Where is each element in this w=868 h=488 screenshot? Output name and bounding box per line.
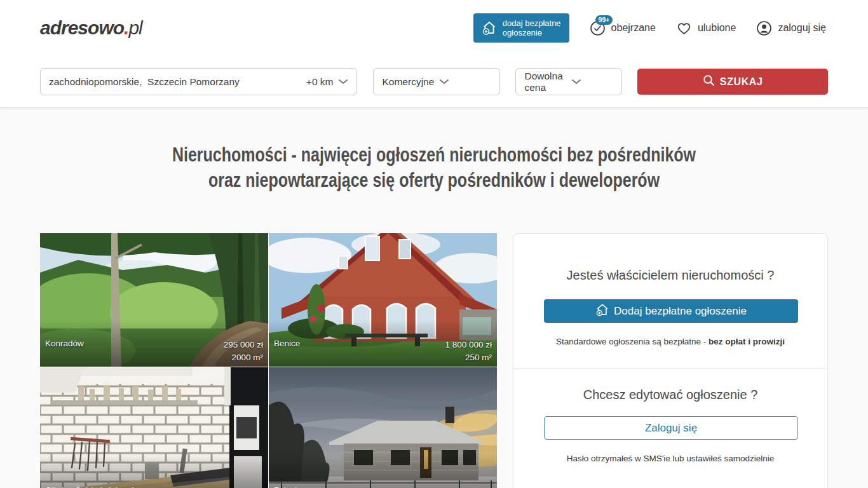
owner-note: Standardowe ogłoszenia są bezpłatne - be… <box>544 337 797 346</box>
viewed-count-badge: 99+ <box>595 15 613 25</box>
site-logo[interactable]: adresowo.pl <box>40 17 142 39</box>
logo-tld: pl <box>128 17 142 38</box>
price-select[interactable]: Dowolna cena <box>515 68 622 95</box>
house-plus-icon <box>482 21 497 35</box>
listing-area: 2000 m² <box>231 353 263 362</box>
listing-caption: Gliwice Śródmieście, ul 615 000 zł <box>40 485 268 488</box>
listing-card-zalesie[interactable]: Zalesie 1 100 000 zł <box>269 367 497 488</box>
search-button-label: SZUKAJ <box>720 76 763 88</box>
radius-value[interactable]: +0 km <box>306 76 334 88</box>
house-plus-icon <box>595 303 609 320</box>
user-circle-icon <box>756 20 772 36</box>
location-value: zachodniopomorskie, Szczecin Pomorzany <box>49 76 301 88</box>
listing-name: Zalesie <box>274 485 302 488</box>
location-input[interactable]: zachodniopomorskie, Szczecin Pomorzany +… <box>40 68 357 95</box>
logo-name: adresowo <box>40 17 124 38</box>
login-sidebar-button[interactable]: Zaloguj się <box>544 416 798 440</box>
login-label: zaloguj się <box>778 22 826 34</box>
viewed-link[interactable]: 99+ obejrzane <box>590 20 656 36</box>
chevron-down-icon <box>338 76 348 88</box>
owner-panel: Jesteś właścicielem nieruchomości ? Doda… <box>513 233 828 488</box>
price-value: Dowolna cena <box>524 71 566 93</box>
category-value: Komercyjne do wynaję <box>382 76 434 88</box>
listing-card-konradow[interactable]: Konradów 295 000 zł 2000 m² <box>40 233 268 367</box>
login-sidebar-label: Zaloguj się <box>645 422 697 435</box>
title-line-2: oraz niepowtarzające się oferty pośredni… <box>78 167 790 193</box>
category-select[interactable]: Komercyjne do wynaję <box>373 68 500 95</box>
topbar-actions: dodaj bezpłatne ogłoszenie 99+ obejrzane… <box>473 13 826 43</box>
listing-area: 250 m² <box>465 353 492 362</box>
listing-grid: Konradów 295 000 zł 2000 m² <box>40 233 497 488</box>
listing-caption: Konradów 295 000 zł 2000 m² <box>40 339 268 367</box>
top-bar: adresowo.pl dodaj bezpłatne ogłoszenie 9… <box>0 0 868 56</box>
caption-shade <box>40 454 268 488</box>
listing-card-benice[interactable]: Benice 1 800 000 zł 250 m² <box>269 233 497 367</box>
listing-price: 1 800 000 zł <box>445 340 492 349</box>
listing-caption: Zalesie 1 100 000 zł <box>269 485 497 488</box>
viewed-label: obejrzane <box>611 22 656 34</box>
edit-note: Hasło otrzymałeś w SMS'ie lub ustawiłeś … <box>544 454 797 463</box>
listing-price: 295 000 zł <box>224 340 263 349</box>
chevron-down-icon <box>439 76 491 88</box>
main-content: Nieruchomości - najwięcej ogłoszeń nieru… <box>0 107 868 488</box>
login-link[interactable]: zaloguj się <box>756 20 826 36</box>
listing-name: Benice <box>274 339 300 348</box>
edit-section-title: Chcesz edytować ogłoszenie ? <box>544 388 797 402</box>
chevron-down-icon <box>571 76 613 88</box>
search-button[interactable]: SZUKAJ <box>637 69 828 95</box>
owner-section: Jesteś właścicielem nieruchomości ? Doda… <box>513 234 827 368</box>
add-listing-sidebar-label: Dodaj bezpłatne ogłoszenie <box>614 305 747 318</box>
add-listing-sidebar-button[interactable]: Dodaj bezpłatne ogłoszenie <box>544 299 798 323</box>
listing-caption: Benice 1 800 000 zł 250 m² <box>269 339 497 367</box>
page-title: Nieruchomości - najwięcej ogłoszeń nieru… <box>0 108 868 193</box>
search-bar: zachodniopomorskie, Szczecin Pomorzany +… <box>0 56 868 107</box>
search-icon <box>703 74 715 89</box>
caption-shade <box>269 454 497 488</box>
edit-section: Chcesz edytować ogłoszenie ? Zaloguj się… <box>513 369 827 463</box>
heart-icon <box>676 21 692 36</box>
favorites-link[interactable]: ulubione <box>676 21 736 36</box>
circle-check-icon: 99+ <box>590 20 606 36</box>
title-line-1: Nieruchomości - najwięcej ogłoszeń nieru… <box>78 142 790 167</box>
listing-name: Gliwice Śródmieście, ul <box>45 485 134 488</box>
listing-name: Konradów <box>45 339 84 348</box>
add-listing-label: dodaj bezpłatne ogłoszenie <box>503 18 561 37</box>
add-listing-button[interactable]: dodaj bezpłatne ogłoszenie <box>473 13 569 43</box>
listing-card-gliwice[interactable]: Gliwice Śródmieście, ul 615 000 zł <box>40 367 268 488</box>
owner-section-title: Jesteś właścicielem nieruchomości ? <box>544 268 797 283</box>
favorites-label: ulubione <box>698 22 736 34</box>
